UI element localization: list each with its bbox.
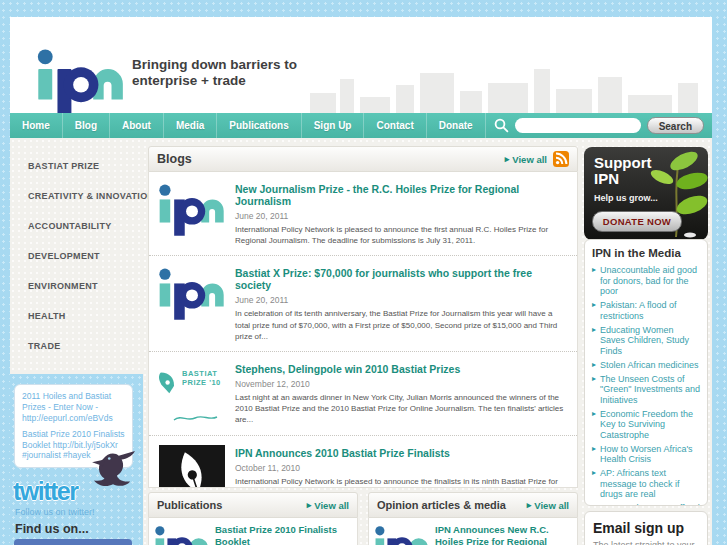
support-ipn-title: Support IPN — [594, 155, 652, 187]
arrow-icon: ▸ — [592, 445, 596, 465]
publications-view-all-link[interactable]: ▸ View all — [307, 500, 349, 511]
blog-entry-title[interactable]: Stephens, Delingpole win 2010 Bastiat Pr… — [235, 363, 565, 375]
ipn-logo-thumbnail[interactable] — [155, 524, 209, 545]
publication-entry: Bastiat Prize 2010 Finalists Booklet — [149, 518, 357, 545]
arrow-icon: ▸ — [592, 326, 596, 357]
ipn-logo-thumbnail[interactable] — [159, 181, 225, 239]
ipn-logo-thumbnail[interactable] — [375, 524, 429, 545]
nav-item-publications[interactable]: Publications — [217, 113, 301, 138]
email-signup-subtitle: The latest straight to your — [593, 540, 699, 545]
opinion-title: Opinion articles & media — [377, 499, 506, 511]
blog-entry: New Journalism Prize - the R.C. Hoiles P… — [149, 172, 577, 256]
media-link[interactable]: ▸Economic Freedom the Key to Surviving C… — [592, 409, 700, 441]
blogs-list: New Journalism Prize - the R.C. Hoiles P… — [148, 172, 578, 488]
search-area: Search — [494, 117, 712, 134]
blog-entry-excerpt: In celebration of its tenth anniversary,… — [235, 308, 565, 342]
opinion-entry: IPN Announces New R.C. Hoiles Prize for … — [369, 518, 577, 545]
arrow-icon: ▸ — [527, 501, 532, 510]
rss-icon[interactable] — [553, 151, 569, 167]
nav-item-blog[interactable]: Blog — [63, 113, 110, 138]
sidebar-item-accountability[interactable]: ACCOUNTABILITY — [28, 218, 158, 248]
sidebar-item-creativity-innovation[interactable]: CREATIVITY & INNOVATION — [28, 188, 158, 218]
arrow-icon: ▸ — [592, 504, 596, 506]
opinion-list: IPN Announces New R.C. Hoiles Prize for … — [368, 518, 578, 545]
blog-entry-title[interactable]: New Journalism Prize - the R.C. Hoiles P… — [235, 183, 565, 207]
facebook-button[interactable] — [14, 539, 132, 545]
opinion-view-all-link[interactable]: ▸ View all — [527, 500, 569, 511]
blog-entry-excerpt: Last night at an awards dinner in New Yo… — [235, 392, 565, 426]
arrow-icon: ▸ — [592, 469, 596, 500]
nav-item-about[interactable]: About — [110, 113, 164, 138]
publications-section-header: Publications ▸ View all — [148, 492, 358, 518]
nav-item-donate[interactable]: Donate — [427, 113, 486, 138]
page: Bringing down barriers to enterprise + t… — [0, 0, 727, 545]
sidebar-item-trade[interactable]: TRADE — [28, 338, 158, 368]
blog-entry-title[interactable]: Bastiat X Prize: $70,000 for journalists… — [235, 267, 565, 291]
blog-entry-excerpt: International Policy Network is pleased … — [235, 476, 565, 489]
blogs-section-header: Blogs ▸ View all — [148, 146, 578, 172]
main-navigation: Home Blog About Media Publications Sign … — [10, 113, 712, 138]
blog-entry-excerpt: International Policy Network is pleased … — [235, 224, 565, 246]
follow-twitter-link[interactable]: Follow us on twitter! — [15, 507, 95, 517]
blog-entry-date: November 12, 2010 — [235, 379, 565, 389]
nav-item-signup[interactable]: Sign Up — [302, 113, 365, 138]
nav-item-home[interactable]: Home — [10, 113, 63, 138]
nav-item-media[interactable]: Media — [164, 113, 217, 138]
bastiat-prize-10-thumbnail[interactable]: BASTIAT PRIZE '10 — [159, 361, 225, 427]
media-link[interactable]: ▸The Unseen Costs of "Green" Investments… — [592, 374, 700, 406]
arrow-icon: ▸ — [592, 410, 596, 441]
blog-entry: IPN Announces 2010 Bastiat Prize Finalis… — [149, 436, 577, 489]
arrow-icon: ▸ — [592, 361, 596, 371]
tweet-link[interactable]: 2011 Hoiles and Bastiat Prizes - Enter N… — [22, 391, 125, 424]
ipn-in-the-media-box: IPN in the Media ▸Unaccountable aid good… — [584, 239, 708, 506]
twitter-logo[interactable]: twitter — [13, 477, 78, 506]
twitter-bird-icon — [90, 449, 138, 489]
blogs-view-all-link[interactable]: ▸ View all — [505, 154, 547, 165]
media-link[interactable]: ▸Stolen African medicines — [592, 360, 700, 371]
sidebar-item-environment[interactable]: ENVIRONMENT — [28, 278, 158, 308]
search-input[interactable] — [515, 118, 641, 133]
blog-entry-title[interactable]: IPN Announces 2010 Bastiat Prize Finalis… — [235, 447, 565, 459]
blog-entry: BASTIAT PRIZE '10 Stephens, Delingpole w… — [149, 352, 577, 436]
media-link[interactable]: ▸One cut that won't offend voters — [592, 503, 700, 506]
media-link[interactable]: ▸Pakistan: A flood of restrictions — [592, 300, 700, 321]
email-signup-box: Email sign up The latest straight to you… — [584, 511, 708, 545]
site-tagline: Bringing down barriers to enterprise + t… — [132, 57, 297, 89]
arrow-icon: ▸ — [592, 375, 596, 406]
arrow-icon: ▸ — [592, 301, 596, 321]
category-sidebar: BASTIAT PRIZE CREATIVITY & INNOVATION AC… — [12, 140, 158, 368]
arrow-icon: ▸ — [592, 266, 596, 297]
blog-entry-date: June 20, 2011 — [235, 211, 565, 221]
blog-entry-date: June 20, 2011 — [235, 295, 565, 305]
ipn-logo-icon[interactable] — [36, 49, 126, 113]
sidebar-item-development[interactable]: DEVELOPMENT — [28, 248, 158, 278]
email-signup-title: Email sign up — [593, 520, 699, 536]
blogs-title: Blogs — [157, 152, 192, 166]
donate-now-button[interactable]: DONATE NOW — [592, 211, 682, 232]
pen-nib-thumbnail[interactable] — [159, 445, 225, 489]
pen-nib-icon — [159, 369, 179, 395]
site-header: Bringing down barriers to enterprise + t… — [10, 17, 712, 113]
search-icon — [494, 118, 509, 133]
blog-entry: Bastiat X Prize: $70,000 for journalists… — [149, 256, 577, 352]
blog-entry-date: October 11, 2010 — [235, 463, 565, 473]
publication-entry-title[interactable]: Bastiat Prize 2010 Finalists Booklet — [215, 524, 349, 545]
media-link[interactable]: ▸AP: Africans text message to check if d… — [592, 468, 700, 500]
sidebar-item-health[interactable]: HEALTH — [28, 308, 158, 338]
publications-list: Bastiat Prize 2010 Finalists Booklet — [148, 518, 358, 545]
publications-title: Publications — [157, 499, 222, 511]
find-us-heading: Find us on... — [15, 522, 89, 536]
media-link[interactable]: ▸Unaccountable aid good for donors, bad … — [592, 265, 700, 297]
media-link[interactable]: ▸Educating Women Saves Children, Study F… — [592, 325, 700, 357]
arrow-icon: ▸ — [307, 501, 312, 510]
opinion-entry-title[interactable]: IPN Announces New R.C. Hoiles Prize for … — [435, 524, 569, 545]
opinion-section-header: Opinion articles & media ▸ View all — [368, 492, 578, 518]
media-link[interactable]: ▸How to Worsen Africa's Health Crisis — [592, 444, 700, 465]
search-button[interactable]: Search — [647, 117, 704, 134]
arrow-icon: ▸ — [505, 155, 510, 164]
ipn-logo-thumbnail[interactable] — [159, 265, 225, 323]
nav-item-contact[interactable]: Contact — [364, 113, 426, 138]
squiggle-icon — [173, 413, 219, 423]
sidebar-item-bastiat-prize[interactable]: BASTIAT PRIZE — [28, 158, 158, 188]
support-ipn-box: Support IPN Help us grow... DONATE NOW — [584, 147, 708, 240]
